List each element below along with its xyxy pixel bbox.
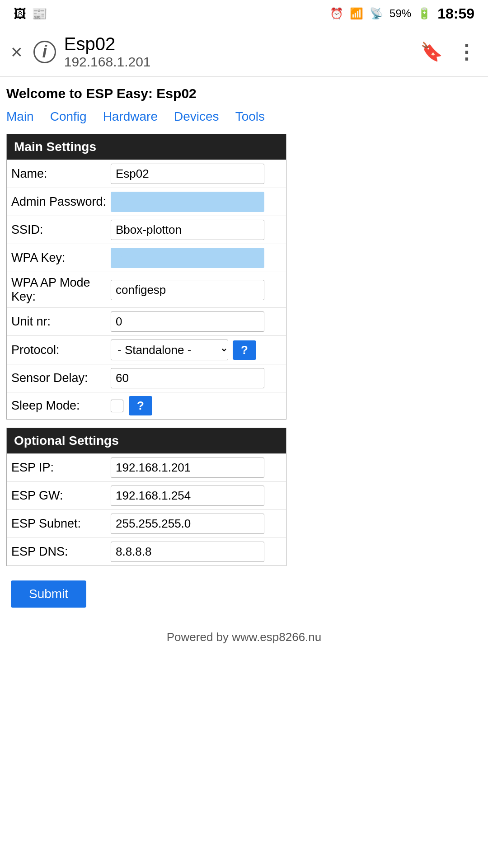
name-input[interactable] (111, 164, 264, 184)
unit-nr-label: Unit nr: (11, 315, 111, 329)
submit-button[interactable]: Submit (11, 580, 86, 608)
esp-subnet-row: ESP Subnet: (7, 509, 286, 538)
esp-subnet-label: ESP Subnet: (11, 517, 111, 531)
more-options-icon[interactable]: ⋮ (456, 40, 477, 63)
sleep-mode-checkbox[interactable] (111, 400, 123, 412)
esp-ip-label: ESP IP: (11, 461, 111, 475)
sleep-mode-label: Sleep Mode: (11, 399, 111, 413)
esp-gw-input[interactable] (111, 486, 264, 506)
app-bar-title: Esp02 192.168.1.201 (64, 34, 420, 70)
alarm-icon: ⏰ (330, 7, 343, 20)
ssid-input[interactable] (111, 220, 264, 240)
sleep-mode-row: Sleep Mode: ? (7, 392, 286, 419)
esp-dns-row: ESP DNS: (7, 538, 286, 566)
nav-config[interactable]: Config (50, 109, 87, 124)
ssid-label: SSID: (11, 223, 111, 237)
device-ip: 192.168.1.201 (64, 54, 420, 70)
nav-devices[interactable]: Devices (174, 109, 219, 124)
admin-password-label: Admin Password: (11, 195, 111, 209)
wpa-ap-mode-key-input[interactable] (111, 280, 264, 300)
battery-percent: 59% (389, 7, 411, 20)
esp-dns-input[interactable] (111, 542, 264, 562)
page-content: Welcome to ESP Easy: Esp02 Main Config H… (0, 77, 488, 658)
gallery-icon: 🖼 (14, 6, 26, 21)
sensor-delay-row: Sensor Delay: (7, 364, 286, 392)
wpa-key-row: WPA Key: (7, 244, 286, 272)
nav-main[interactable]: Main (6, 109, 34, 124)
close-button[interactable]: × (11, 41, 23, 63)
protocol-container: - Standalone - ? (111, 340, 256, 360)
protocol-select[interactable]: - Standalone - (111, 340, 228, 360)
nav-hardware[interactable]: Hardware (103, 109, 158, 124)
esp-gw-row: ESP GW: (7, 481, 286, 509)
news-icon: 📰 (32, 6, 47, 21)
esp-ip-row: ESP IP: (7, 453, 286, 481)
esp-gw-label: ESP GW: (11, 489, 111, 503)
device-name: Esp02 (64, 34, 420, 54)
footer: Powered by www.esp8266.nu (6, 626, 482, 649)
battery-icon: 🔋 (418, 7, 431, 20)
optional-settings-header: Optional Settings (7, 428, 286, 453)
app-bar-actions: 🔖 ⋮ (420, 40, 477, 63)
wpa-key-label: WPA Key: (11, 251, 111, 265)
sensor-delay-input[interactable] (111, 368, 264, 388)
admin-password-row: Admin Password: (7, 188, 286, 216)
page-title: Welcome to ESP Easy: Esp02 (6, 86, 482, 101)
nav-tools[interactable]: Tools (235, 109, 265, 124)
admin-password-input[interactable] (111, 192, 264, 212)
sleep-mode-container: ? (111, 396, 152, 415)
info-icon[interactable]: i (33, 41, 56, 63)
status-time: 18:59 (437, 5, 474, 22)
unit-nr-input[interactable] (111, 311, 264, 332)
main-settings-section: Main Settings Name: Admin Password: SSID… (6, 134, 286, 420)
nav-links: Main Config Hardware Devices Tools (6, 109, 482, 124)
esp-dns-label: ESP DNS: (11, 545, 111, 559)
wifi-icon: 📶 (350, 7, 363, 20)
signal-icon: 📡 (370, 7, 383, 20)
unit-nr-row: Unit nr: (7, 307, 286, 335)
status-bar-left-icons: 🖼 📰 (14, 6, 47, 21)
esp-ip-input[interactable] (111, 458, 264, 478)
wpa-ap-mode-key-row: WPA AP Mode Key: (7, 272, 286, 307)
protocol-help-button[interactable]: ? (233, 340, 256, 360)
main-settings-header: Main Settings (7, 134, 286, 160)
protocol-row: Protocol: - Standalone - ? (7, 335, 286, 364)
bookmark-icon[interactable]: 🔖 (420, 41, 443, 62)
optional-settings-section: Optional Settings ESP IP: ESP GW: ESP Su… (6, 428, 286, 566)
app-bar: × i Esp02 192.168.1.201 🔖 ⋮ (0, 27, 488, 77)
wpa-key-input[interactable] (111, 248, 264, 268)
name-label: Name: (11, 167, 111, 181)
sensor-delay-label: Sensor Delay: (11, 371, 111, 385)
wpa-ap-mode-key-label: WPA AP Mode Key: (11, 276, 111, 304)
name-row: Name: (7, 160, 286, 188)
protocol-label: Protocol: (11, 343, 111, 357)
ssid-row: SSID: (7, 216, 286, 244)
status-bar: 🖼 📰 ⏰ 📶 📡 59% 🔋 18:59 (0, 0, 488, 27)
sleep-mode-help-button[interactable]: ? (129, 396, 152, 415)
status-icons: ⏰ 📶 📡 59% 🔋 18:59 (330, 5, 474, 22)
esp-subnet-input[interactable] (111, 514, 264, 534)
